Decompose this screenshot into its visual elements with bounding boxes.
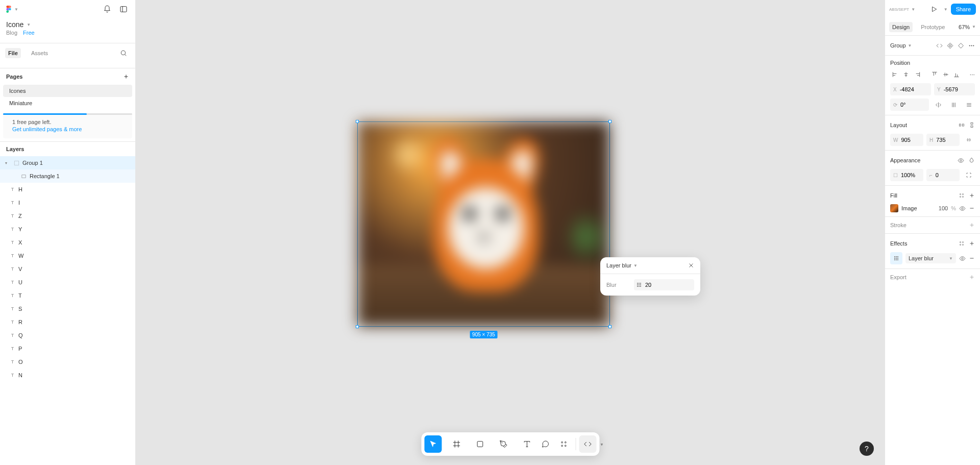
constrain-button[interactable] — [963, 134, 975, 146]
layer-text[interactable]: TU — [0, 276, 135, 289]
minus-icon[interactable] — [969, 205, 975, 211]
align-left[interactable] — [890, 69, 900, 80]
layer-text[interactable]: TZ — [0, 209, 135, 223]
plus-icon[interactable] — [969, 192, 975, 199]
autolayout-v-icon[interactable] — [969, 122, 975, 128]
caret-icon[interactable]: ▾ — [5, 161, 10, 165]
styles-icon[interactable] — [959, 192, 965, 199]
page-item[interactable]: Icones — [3, 85, 132, 97]
code-icon[interactable] — [936, 42, 943, 49]
blur-value-input[interactable] — [644, 281, 691, 288]
flip-h-button[interactable] — [932, 99, 944, 111]
selection-type[interactable]: Group ▼ — [890, 42, 912, 48]
zoom-control[interactable]: 67% ▼ — [959, 24, 976, 30]
pen-tool[interactable] — [495, 435, 512, 453]
layers-header[interactable]: Layers — [0, 141, 135, 156]
align-top[interactable] — [929, 69, 940, 80]
effect-type-select[interactable]: Layer blur ▼ — [905, 253, 956, 263]
help-button[interactable]: ? — [860, 442, 874, 456]
resize-handle[interactable] — [608, 325, 611, 328]
tab-assets[interactable]: Assets — [28, 48, 51, 58]
plus-icon[interactable] — [969, 240, 975, 247]
pages-header[interactable]: Pages — [0, 68, 135, 85]
corners-button[interactable] — [963, 169, 975, 181]
x-field[interactable]: X — [890, 83, 931, 95]
chevron-down-icon[interactable]: ▼ — [600, 443, 604, 446]
layer-text[interactable]: TX — [0, 236, 135, 249]
layer-text[interactable]: TP — [0, 342, 135, 355]
align-hcenter[interactable] — [901, 69, 912, 80]
rotation-field[interactable]: ⟳ — [890, 99, 929, 111]
eye-icon[interactable] — [958, 157, 964, 164]
upgrade-link[interactable]: Get unlimited pages & more — [12, 126, 126, 132]
page-item[interactable]: Miniature — [3, 97, 132, 109]
plan-tier[interactable]: Free — [23, 30, 35, 36]
notifications-button[interactable] — [101, 3, 114, 16]
close-icon[interactable] — [688, 262, 694, 268]
blur-input-wrap[interactable] — [634, 279, 694, 290]
autolayout-h-icon[interactable] — [959, 122, 965, 128]
layer-text[interactable]: TY — [0, 223, 135, 236]
layer-text[interactable]: TQ — [0, 329, 135, 342]
more-icon[interactable] — [969, 71, 975, 78]
share-button[interactable]: Share — [951, 4, 976, 15]
resize-handle[interactable] — [608, 120, 611, 123]
canvas[interactable]: 905 × 735 Layer blur ▼ Blur ▼ — [136, 0, 885, 465]
shape-tool[interactable] — [472, 435, 489, 453]
panel-toggle-button[interactable] — [117, 3, 130, 16]
fill-type[interactable]: Image — [901, 205, 929, 211]
component-icon[interactable] — [947, 42, 953, 49]
present-button[interactable] — [927, 3, 941, 16]
layer-text[interactable]: TO — [0, 355, 135, 369]
layer-rectangle[interactable]: Rectangle 1 — [0, 169, 135, 183]
minus-icon[interactable] — [969, 255, 975, 261]
more-transform-button[interactable] — [963, 99, 975, 111]
layer-text[interactable]: TS — [0, 302, 135, 315]
tab-design[interactable]: Design — [889, 22, 913, 32]
plus-icon[interactable] — [969, 222, 975, 228]
blend-icon[interactable] — [968, 157, 975, 164]
radius-field[interactable]: ⌐ — [926, 169, 960, 181]
move-tool[interactable] — [425, 435, 442, 453]
tab-prototype[interactable]: Prototype — [918, 22, 948, 32]
plus-icon[interactable] — [969, 274, 975, 280]
resize-handle[interactable] — [356, 120, 359, 123]
instance-icon[interactable] — [958, 42, 964, 49]
tab-file[interactable]: File — [5, 48, 21, 58]
file-title-row[interactable]: Icone ▼ — [6, 20, 129, 29]
layer-text[interactable]: TV — [0, 262, 135, 276]
align-vcenter[interactable] — [941, 69, 951, 80]
search-button[interactable] — [117, 46, 130, 60]
selection-frame[interactable]: 905 × 735 — [357, 121, 610, 327]
layer-group[interactable]: ▾ Group 1 — [0, 156, 135, 169]
devmode-tool[interactable] — [579, 435, 597, 453]
y-field[interactable]: Y — [934, 83, 975, 95]
layer-text[interactable]: TH — [0, 183, 135, 196]
frame-tool[interactable] — [448, 435, 465, 453]
fill-swatch[interactable] — [890, 204, 898, 212]
popover-title-dropdown[interactable]: Layer blur ▼ — [606, 262, 638, 268]
more-icon[interactable] — [968, 42, 975, 49]
opacity-field[interactable]: ☐ — [890, 169, 923, 181]
height-field[interactable]: H — [926, 134, 960, 146]
layer-text[interactable]: TN — [0, 369, 135, 382]
chevron-down-icon[interactable]: ▼ — [944, 7, 948, 12]
plus-icon[interactable] — [123, 74, 129, 80]
user-avatar[interactable]: ABS/SEPT ▼ — [889, 7, 915, 12]
eye-icon[interactable] — [959, 205, 966, 212]
fill-opacity[interactable]: 100 — [933, 205, 948, 211]
main-menu[interactable]: ▼ — [5, 6, 18, 13]
scrub-icon[interactable] — [637, 283, 641, 287]
eye-icon[interactable] — [959, 255, 966, 262]
layer-text[interactable]: TR — [0, 315, 135, 329]
text-tool[interactable] — [519, 435, 536, 453]
align-bottom[interactable] — [951, 69, 962, 80]
resize-handle[interactable] — [356, 325, 359, 328]
width-field[interactable]: W — [890, 134, 923, 146]
align-right[interactable] — [912, 69, 922, 80]
effect-settings-button[interactable] — [890, 252, 902, 264]
flip-v-button[interactable] — [947, 99, 960, 111]
comment-tool[interactable] — [537, 435, 554, 453]
layer-text[interactable]: TW — [0, 249, 135, 262]
layer-text[interactable]: TT — [0, 289, 135, 302]
